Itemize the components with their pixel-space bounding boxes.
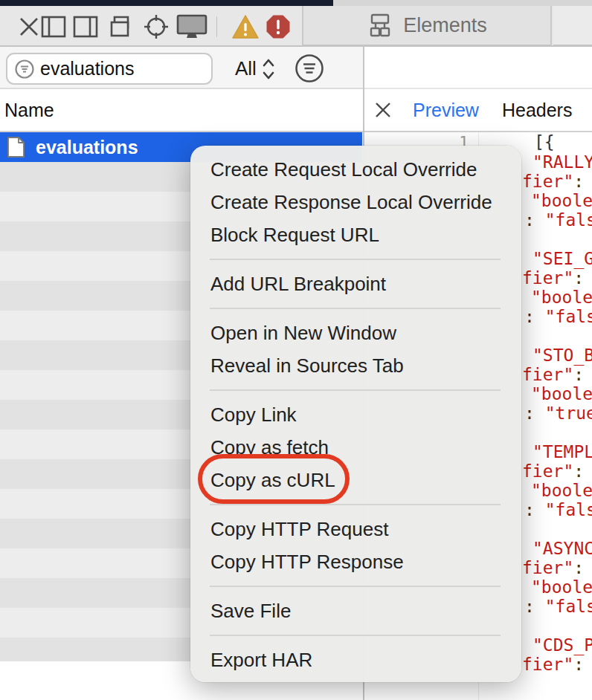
code-line: "SEI_G — [533, 249, 592, 268]
menu-separator — [210, 259, 501, 260]
dock-left-icon[interactable] — [40, 6, 67, 47]
code-line: "TEMPL — [533, 442, 592, 461]
filter-bar: evaluations All — [0, 47, 363, 89]
code-line: fier": — [522, 461, 584, 481]
code-segment: "RALLY — [533, 152, 592, 172]
code-line: : "fals — [524, 210, 592, 230]
code-line: fier": — [522, 172, 584, 191]
code-segment: : — [524, 404, 535, 423]
code-line: "boole — [531, 577, 592, 597]
error-icon[interactable] — [264, 6, 292, 47]
code-segment: : — [573, 268, 584, 288]
code-segment: : — [573, 365, 584, 384]
menu-item-open-in-new-window[interactable]: Open in New Window — [190, 317, 521, 349]
filter-input-value: evaluations — [40, 58, 134, 80]
menu-item-export-har[interactable]: Export HAR — [190, 644, 521, 676]
close-icon[interactable] — [16, 6, 42, 47]
tab-headers[interactable]: Headers — [502, 100, 573, 121]
code-segment: : — [573, 461, 584, 481]
tab-elements-label: Elements — [403, 14, 487, 37]
code-segment: "fals — [535, 307, 592, 326]
menu-item-copy-http-response[interactable]: Copy HTTP Response — [190, 545, 521, 578]
code-line: fier": — [522, 558, 584, 577]
menu-item-reveal-in-sources-tab[interactable]: Reveal in Sources Tab — [190, 349, 521, 382]
code-line: "boole — [531, 481, 592, 500]
code-segment: "fals — [535, 500, 592, 519]
toolbar-right-stub — [553, 6, 592, 46]
toolbar-separator — [216, 16, 217, 37]
code-segment: "boole — [531, 577, 592, 597]
menu-separator — [210, 389, 501, 391]
code-segment: "STO_B — [533, 346, 592, 365]
cascade-windows-icon[interactable] — [108, 6, 135, 47]
code-segment: : — [573, 172, 584, 191]
code-segment: : — [573, 655, 584, 674]
code-line: : "fals — [524, 307, 592, 326]
code-segment: "boole — [531, 384, 592, 404]
menu-item-create-response-local-override[interactable]: Create Response Local Override — [190, 186, 521, 218]
selected-row-label: evaluations — [36, 137, 138, 158]
code-line: : "fals — [524, 597, 592, 616]
code-line: "ASYNC — [533, 539, 592, 558]
code-line: : "fals — [524, 500, 592, 519]
code-segment: "CDS_P — [533, 635, 592, 655]
code-line: "boole — [531, 288, 592, 307]
stepper-chevrons-icon — [262, 56, 275, 82]
code-line: "STO_B — [533, 346, 592, 365]
code-segment: fier" — [522, 172, 573, 191]
code-segment: "true — [535, 404, 592, 423]
column-header-name[interactable]: Name — [0, 89, 363, 132]
code-segment: fier" — [522, 365, 573, 384]
context-menu: Create Request Local OverrideCreate Resp… — [190, 146, 521, 682]
tab-elements[interactable]: Elements — [302, 6, 552, 46]
dock-right-icon[interactable] — [72, 6, 99, 47]
code-segment: "boole — [531, 191, 592, 210]
code-segment: "boole — [531, 288, 592, 307]
code-line: fier": — [522, 365, 584, 384]
menu-item-add-url-breakpoint[interactable]: Add URL Breakpoint — [190, 268, 521, 300]
code-segment: : — [524, 307, 535, 326]
code-segment: "ASYNC — [533, 539, 592, 558]
warning-icon[interactable] — [231, 6, 260, 47]
code-line: "RALLY — [533, 152, 592, 172]
detail-panel-top — [364, 47, 592, 89]
code-segment: fier" — [522, 655, 573, 674]
code-segment: [{ — [534, 132, 555, 152]
detail-tabs: Preview Headers Cookies — [364, 89, 592, 132]
filter-options-button[interactable] — [295, 54, 324, 83]
code-segment: "SEI_G — [533, 249, 592, 268]
element-picker-icon[interactable] — [143, 6, 170, 47]
menu-item-block-request-url[interactable]: Block Request URL — [190, 218, 521, 251]
resource-type-value: All — [235, 57, 257, 80]
tab-preview[interactable]: Preview — [413, 100, 479, 121]
highlight-circle-annotation — [198, 454, 350, 504]
menu-item-save-file[interactable]: Save File — [190, 594, 521, 627]
menu-separator — [210, 504, 501, 505]
code-line: "CDS_P — [533, 635, 592, 655]
web-inspector-window: Elements evaluations All Name Preview He… — [0, 0, 592, 700]
menu-separator — [210, 308, 501, 309]
filter-input[interactable]: evaluations — [6, 53, 213, 85]
code-segment: : — [573, 558, 584, 577]
code-segment: fier" — [522, 461, 573, 481]
code-segment: fier" — [522, 268, 573, 288]
code-line: [{ — [534, 132, 555, 152]
code-segment: : — [524, 210, 535, 230]
menu-separator — [210, 586, 501, 587]
code-line: fier": — [522, 655, 584, 674]
code-line: "boole — [531, 384, 592, 404]
code-segment: "boole — [531, 481, 592, 500]
resource-type-select[interactable]: All — [235, 53, 275, 85]
menu-item-copy-link[interactable]: Copy Link — [190, 398, 521, 431]
elements-hierarchy-icon — [367, 13, 393, 37]
filter-icon — [15, 59, 34, 79]
document-icon — [7, 136, 25, 158]
close-detail-icon[interactable] — [374, 101, 392, 119]
code-segment: : — [524, 500, 535, 519]
menu-item-create-request-local-override[interactable]: Create Request Local Override — [190, 153, 521, 186]
code-segment: : — [524, 597, 535, 616]
menu-item-copy-http-request[interactable]: Copy HTTP Request — [190, 513, 521, 545]
device-monitor-icon[interactable] — [176, 6, 208, 47]
code-segment: "TEMPL — [533, 442, 592, 461]
code-segment: "fals — [535, 597, 592, 616]
